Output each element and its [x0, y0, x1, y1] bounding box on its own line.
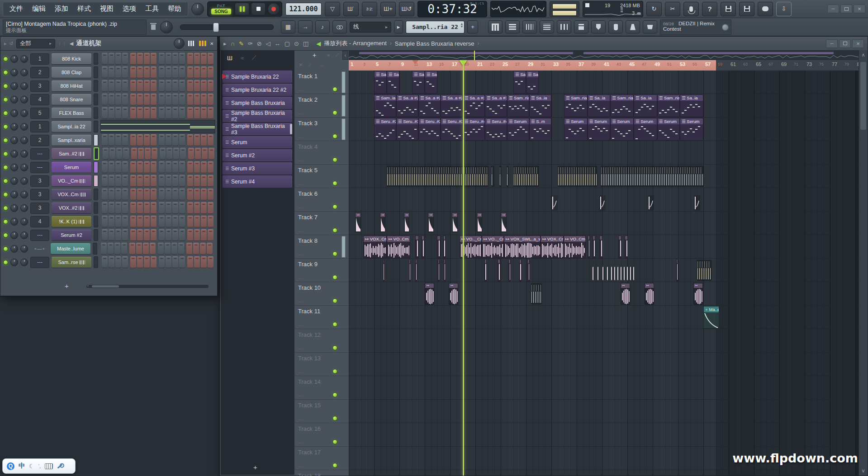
step-button[interactable]: [208, 134, 213, 146]
track-header[interactable]: Track 14...: [294, 376, 349, 400]
loop-record-icon[interactable]: Ш↺: [399, 2, 414, 16]
step-button[interactable]: [144, 134, 150, 146]
step-button[interactable]: [122, 107, 128, 119]
step-button[interactable]: [115, 216, 121, 227]
ruler-bar-number[interactable]: 73: [806, 61, 812, 67]
track-options[interactable]: ...: [298, 299, 303, 303]
track-header[interactable]: Track 12...: [294, 329, 349, 353]
step-button[interactable]: [159, 94, 165, 105]
channel-mixer-target[interactable]: ---: [30, 230, 49, 241]
ruler-bar-number[interactable]: 27: [515, 62, 520, 66]
step-button[interactable]: [115, 53, 121, 65]
track-name[interactable]: Track 2: [298, 96, 318, 103]
step-button[interactable]: [172, 202, 178, 214]
step-button[interactable]: [103, 148, 109, 160]
track-enable-led[interactable]: [332, 416, 337, 421]
step-button[interactable]: [102, 202, 108, 214]
clip-ticks[interactable]: [558, 166, 597, 187]
channel-mixer-target[interactable]: 4: [30, 216, 49, 227]
step-button[interactable]: [143, 243, 149, 254]
step-button[interactable]: [137, 53, 143, 65]
clip-slice[interactable]: [508, 259, 511, 282]
channel-enable-led[interactable]: [3, 246, 8, 251]
channel-pan-knob[interactable]: [10, 55, 18, 63]
pattern-spinner[interactable]: ▲▼: [461, 23, 463, 28]
track-header[interactable]: Track 11...: [294, 306, 349, 329]
channel-volume-knob[interactable]: [20, 204, 28, 212]
step-button[interactable]: [122, 161, 128, 173]
step-button[interactable]: [187, 216, 193, 227]
restore-button[interactable]: [840, 5, 852, 13]
mute-tool-icon[interactable]: ◁: [266, 40, 270, 47]
clip-audio[interactable]: ↦ VO..Cm: [387, 236, 410, 258]
step-button[interactable]: [115, 94, 121, 105]
clip-mark[interactable]: [607, 267, 609, 280]
step-button[interactable]: [115, 107, 121, 119]
step-button[interactable]: [102, 53, 108, 65]
step-button[interactable]: [137, 161, 143, 173]
step-button[interactable]: [159, 80, 165, 92]
step-button[interactable]: [102, 175, 108, 187]
channel-button[interactable]: Maste..lume: [51, 243, 90, 254]
step-button[interactable]: [115, 229, 121, 241]
note-draw-icon[interactable]: ♪: [315, 20, 330, 33]
clip-slice[interactable]: [409, 259, 411, 282]
clip-mark[interactable]: [614, 267, 616, 280]
clip-slice[interactable]: [383, 259, 385, 282]
step-button[interactable]: [101, 243, 107, 254]
channel-button[interactable]: Serum #2: [52, 230, 91, 240]
step-button[interactable]: [130, 189, 136, 200]
track-enable-led[interactable]: [332, 392, 337, 397]
step-button[interactable]: [137, 175, 143, 187]
step-button[interactable]: [200, 243, 206, 254]
step-button[interactable]: [144, 161, 150, 173]
pattern-item[interactable]: ☰Serum #4: [223, 175, 292, 188]
step-button[interactable]: [102, 94, 108, 105]
track-options[interactable]: ...: [298, 393, 303, 397]
step-button[interactable]: [158, 243, 164, 254]
step-button[interactable]: [179, 175, 185, 187]
step-button[interactable]: [195, 148, 201, 160]
clip-pat[interactable]: ☰ Sa..a #2: [396, 94, 418, 117]
step-button[interactable]: [201, 53, 207, 65]
clip-pat[interactable]: ☰ Sam..ria: [564, 94, 588, 117]
clip-slice[interactable]: [415, 259, 417, 282]
step-button[interactable]: [159, 134, 165, 146]
ruler-bar-number[interactable]: 53: [680, 61, 685, 67]
plugin-icon[interactable]: [608, 20, 623, 33]
step-button[interactable]: [159, 161, 165, 173]
step-button[interactable]: [179, 161, 185, 173]
channel-button[interactable]: Sampl..xaria: [52, 135, 91, 146]
clip-pat[interactable]: ☰ Sa..a #2: [418, 94, 441, 117]
clip-slice[interactable]: [443, 236, 446, 258]
loop-marker-icon[interactable]: [412, 60, 418, 67]
step-button[interactable]: [137, 66, 143, 78]
step-button[interactable]: [136, 243, 142, 254]
clip-pat[interactable]: ☰ Serum: [657, 118, 680, 141]
track-name[interactable]: Track 9: [298, 261, 318, 268]
clip-pat[interactable]: ☰ Sam..ria: [610, 94, 634, 117]
ime-logo-icon[interactable]: Q: [7, 462, 14, 470]
clip-slice[interactable]: [588, 236, 590, 258]
step-button[interactable]: [151, 202, 157, 214]
ruler-bar-number[interactable]: 33: [553, 61, 559, 67]
channel-enable-led[interactable]: [3, 70, 8, 75]
zoom-tool-icon[interactable]: ⊙: [294, 40, 299, 47]
playlist-window-icon[interactable]: [505, 20, 520, 33]
track-header[interactable]: Track 18...: [294, 470, 349, 476]
ruler-bar-number[interactable]: 57: [705, 61, 711, 67]
clip-pat[interactable]: ☰ Sam..ria: [657, 94, 680, 117]
step-button[interactable]: [187, 229, 193, 241]
pattern-item[interactable]: ☰Sample Bass Bruxaria #2: [223, 110, 292, 122]
wait-input-icon[interactable]: Ш˙: [343, 2, 359, 16]
delete-tool-icon[interactable]: ⊘: [257, 40, 262, 47]
track-header[interactable]: Track 3...: [294, 118, 349, 141]
ime-settings-icon[interactable]: [57, 464, 62, 469]
step-button[interactable]: [159, 216, 165, 227]
step-button[interactable]: [173, 148, 179, 160]
step-button[interactable]: [109, 80, 114, 92]
step-button[interactable]: [144, 80, 150, 92]
ruler-bar-number[interactable]: 21: [477, 61, 483, 67]
step-button[interactable]: [179, 80, 185, 92]
step-button[interactable]: [144, 66, 150, 78]
